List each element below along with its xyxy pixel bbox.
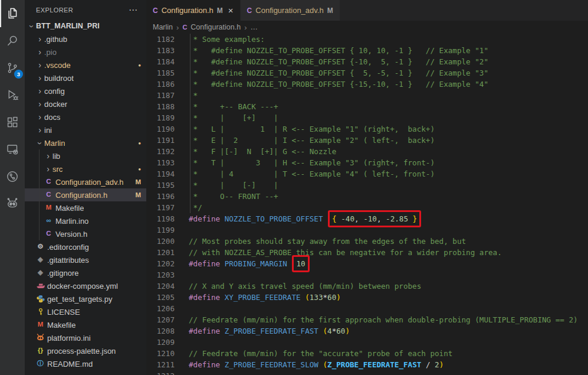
code-line[interactable]: 1209 [146,337,588,348]
activity-explorer-button[interactable] [0,0,25,27]
tree-file-Version.h[interactable]: CVersion.h [25,227,146,240]
code-line[interactable]: 1211#define Z_PROBE_FEEDRATE_SLOW (Z_PRO… [146,359,588,370]
breadcrumb-file[interactable]: Configuration.h [190,23,241,31]
tree-folder-ini[interactable]: ›ini [25,123,146,136]
code-text [175,303,189,314]
tree-folder-docker[interactable]: ›docker [25,97,146,110]
files-icon [5,6,19,21]
tree-file-Makefile[interactable]: MMakefile [25,201,146,214]
tree-file-Configuration_adv.h[interactable]: CConfiguration_adv.hM [25,175,146,188]
code-line[interactable]: 1200// Most probes should stay away from… [146,236,588,247]
activity-source-control-button[interactable]: 3 [0,54,25,81]
chevron-right-icon: › [35,74,44,82]
code-line[interactable]: 1189 * | [+] | [146,112,588,123]
tree-file-Marlin.ino[interactable]: ∞Marlin.ino [25,214,146,227]
tree-folder-lib[interactable]: ›lib [25,149,146,162]
code-text: * F |[-] N [+]| G <-- Nozzle [175,146,336,157]
tree-item-label: Makefile [47,321,75,330]
code-line[interactable]: 1191 * E | 2 | I <-- Example "2" ( left-… [146,135,588,146]
arduino-file-icon: ∞ [44,217,54,224]
tree-item-label: lib [52,152,60,161]
breadcrumb-folder[interactable]: Marlin [153,23,173,31]
code-text: * Some examples: [175,34,265,45]
activity-remote-explorer-button[interactable] [0,136,25,163]
tree-folder-BTT_MARLIN_PRI[interactable]: ›BTT_MARLIN_PRI [25,19,146,32]
code-line[interactable]: 1183 * #define NOZZLE_TO_PROBE_OFFSET { … [146,45,588,56]
tab-configuration-adv-h[interactable]: C Configuration_adv.h M [241,0,340,21]
activity-extensions-button[interactable] [0,109,25,136]
tree-file-.editorconfig[interactable]: ⚙.editorconfig [25,240,146,253]
code-line[interactable]: 1192 * F |[-] N [+]| G <-- Nozzle [146,146,588,157]
tree-file-LICENSE[interactable]: LICENSE [25,305,146,318]
tree-item-label: platformio.ini [47,334,91,343]
tree-folder-.github[interactable]: ›.github [25,32,146,45]
code-line[interactable]: 1195 * | [-] | [146,180,588,191]
tree-item-label: Configuration_adv.h [55,178,123,187]
code-line[interactable]: 1190 * L | 1 | R <-- Example "1" (right+… [146,123,588,135]
tree-file-platformio.ini[interactable]: platformio.ini [25,331,146,344]
close-tab-icon[interactable]: × [228,5,234,15]
code-line[interactable]: 1203 [146,269,588,281]
code-line[interactable]: 1188 * +-- BACK ---+ [146,101,588,112]
chevron-right-icon: › [35,113,44,121]
extensions-icon [5,115,19,129]
tree-folder-src[interactable]: ›src● [25,162,146,175]
tree-folder-.vscode[interactable]: ›.vscode● [25,58,146,71]
remote-explorer-icon [5,142,19,156]
code-line[interactable]: 1187 * [146,90,588,101]
code-line[interactable]: 1198#define NOZZLE_TO_PROBE_OFFSET { -40… [146,213,588,224]
tree-folder-Marlin[interactable]: ›Marlin● [25,136,146,149]
tree-file-README.md[interactable]: ⓘREADME.md [25,357,146,370]
c-file-icon: C [44,191,54,198]
line-number: 1206 [146,303,175,314]
more-actions-icon[interactable]: ⋯ [129,5,138,15]
code-line[interactable]: 1207// Feedrate (mm/min) for the first a… [146,314,588,325]
code-line[interactable]: 1196 * O-- FRONT --+ [146,191,588,202]
activity-search-button[interactable] [0,27,25,54]
line-number: 1191 [146,135,175,146]
tree-item-label: docker [44,100,67,109]
code-line[interactable]: 1194 * | 4 | T <-- Example "4" ( left-, … [146,168,588,180]
chevron-down-icon: › [36,139,44,148]
tree-folder-.pio[interactable]: ›.pio [25,45,146,58]
activity-bar: 3 [0,0,25,375]
tree-folder-config[interactable]: ›config [25,84,146,97]
code-line[interactable]: 1182 * Some examples: [146,34,588,45]
tree-file-.gitattributes[interactable]: ◈.gitattributes [25,253,146,266]
activity-run-debug-button[interactable] [0,81,25,109]
code-line[interactable]: 1210// Feedrate (mm/min) for the "accura… [146,348,588,359]
tree-file-Configuration.h[interactable]: CConfiguration.hM [25,188,146,201]
code-line[interactable]: 1202#define PROBING_MARGIN 10 [146,258,588,269]
activity-platformio-button[interactable] [0,190,25,217]
tree-file-Makefile[interactable]: MMakefile [25,318,146,331]
activity-source-control-graph-button[interactable] [0,163,25,190]
code-line[interactable]: 1205#define XY_PROBE_FEEDRATE (133*60) [146,292,588,303]
tree-file-process-palette.json[interactable]: {}process-palette.json [25,344,146,357]
code-line[interactable]: 1186 * #define NOZZLE_TO_PROBE_OFFSET {-… [146,79,588,90]
platformio-icon [5,197,19,211]
tree-folder-buildroot[interactable]: ›buildroot [25,71,146,84]
breadcrumb-symbol-ellipsis[interactable]: … [250,23,258,31]
code-line[interactable]: 1212 [146,370,588,375]
code-line[interactable]: 1193 * T | 3 | H <-- Example "3" (right+… [146,157,588,168]
tree-file-docker-compose.yml[interactable]: docker-compose.yml [25,279,146,292]
code-line[interactable]: 1184 * #define NOZZLE_TO_PROBE_OFFSET {-… [146,56,588,67]
code-text: #define Z_PROBE_FEEDRATE_FAST (4*60) [175,325,350,337]
code-line[interactable]: 1185 * #define NOZZLE_TO_PROBE_OFFSET { … [146,67,588,79]
code-line[interactable]: 1206 [146,303,588,314]
tree-folder-docs[interactable]: ›docs [25,110,146,123]
chevron-right-icon: › [35,35,44,43]
c-header-file-icon: C [247,6,252,15]
c-header-file-icon: C [182,24,187,31]
code-line[interactable]: 1208#define Z_PROBE_FEEDRATE_FAST (4*60) [146,325,588,337]
tree-file-.gitignore[interactable]: ◈.gitignore [25,266,146,279]
git-file-icon: ◈ [35,256,45,263]
tab-configuration-h[interactable]: C Configuration.h M × [146,0,240,21]
code-line[interactable]: 1201// with NOZZLE_AS_PROBE this can be … [146,247,588,258]
tree-item-label: docker-compose.yml [47,282,118,291]
code-text: * [175,90,198,101]
tree-file-get_test_targets.py[interactable]: get_test_targets.py [25,292,146,305]
code-line[interactable]: 1204// X and Y axis travel speed (mm/min… [146,281,588,292]
code-editor[interactable]: 1182 * Some examples:1183 * #define NOZZ… [146,34,588,375]
line-number: 1198 [146,213,175,224]
